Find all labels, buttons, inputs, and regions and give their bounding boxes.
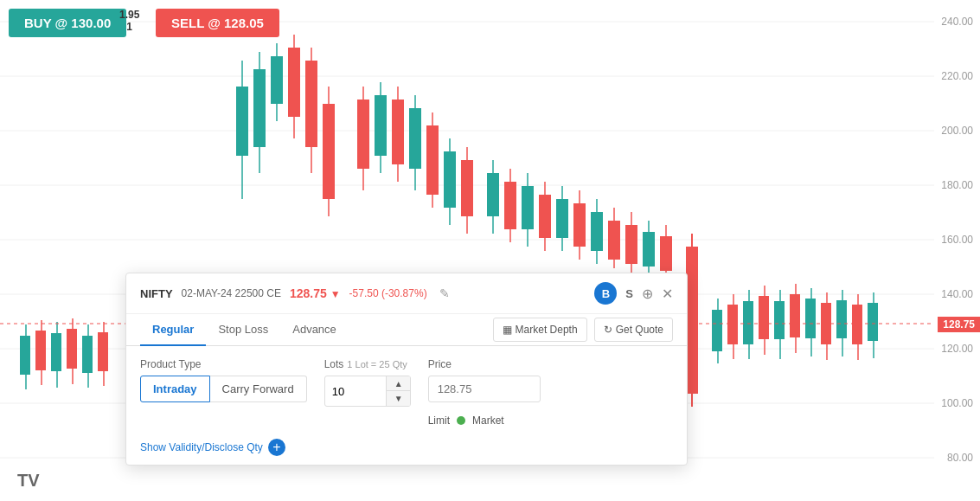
plus-icon: + [272,440,280,454]
buy-badge[interactable]: B [594,282,617,305]
sell-button[interactable]: SELL @ 128.05 [156,9,279,37]
svg-rect-40 [522,186,534,229]
svg-rect-16 [288,48,300,117]
svg-rect-84 [35,331,46,370]
svg-rect-22 [357,100,369,169]
close-icon[interactable]: ✕ [662,286,673,302]
svg-rect-10 [236,87,248,156]
svg-rect-18 [305,61,317,147]
price-group: Price Limit Market [428,358,541,427]
edit-icon[interactable]: ✎ [439,286,450,300]
product-type-toggle: Intraday Carry Forward [140,376,307,402]
sell-badge[interactable]: S [625,287,633,300]
svg-rect-60 [712,310,722,351]
price-input[interactable] [428,376,541,402]
y-label-80: 80.00 [947,452,973,464]
refresh-icon: ↻ [604,324,612,336]
tab-stop-loss[interactable]: Stop Loss [206,314,280,346]
svg-rect-48 [591,212,603,251]
lots-decrement-button[interactable]: ▼ [387,391,411,406]
carry-forward-button[interactable]: Carry Forward [210,376,307,402]
get-quote-button[interactable]: ↻ Get Quote [594,318,673,342]
svg-rect-46 [573,203,586,247]
svg-rect-70 [790,294,800,337]
svg-rect-58 [686,247,698,394]
y-label-180: 180.00 [941,179,973,191]
svg-rect-38 [504,182,516,229]
svg-rect-28 [409,108,421,169]
instrument-detail: 02-MAY-24 22500 CE [182,287,281,299]
market-label: Market [472,414,504,427]
svg-rect-34 [461,160,473,216]
lots-input[interactable] [325,379,386,404]
y-label-200: 200.00 [941,125,973,137]
form-area: Product Type Intraday Carry Forward Lots… [126,346,687,434]
svg-rect-66 [759,296,769,339]
expand-icon[interactable]: ⊕ [642,286,653,302]
svg-rect-26 [392,100,404,164]
tab-regular[interactable]: Regular [140,314,206,346]
y-label-220: 220.00 [941,70,973,82]
validity-row: Show Validity/Disclose Qty + [126,434,687,456]
lots-group: Lots 1 Lot = 25 Qty ▲ ▼ [324,358,411,407]
svg-rect-12 [253,69,266,147]
price-change: -57.50 (-30.87%) [349,287,427,299]
y-label-160: 160.00 [941,234,973,246]
svg-rect-24 [375,95,387,156]
tradingview-logo: TV [17,471,40,491]
svg-rect-20 [323,104,335,199]
tabs-row: Regular Stop Loss Advance ▦ Market Depth… [126,314,687,346]
svg-rect-50 [608,221,620,260]
svg-rect-30 [426,125,439,195]
svg-rect-62 [727,305,738,344]
y-label-240: 240.00 [941,16,973,28]
svg-rect-14 [271,56,283,104]
limit-market-row: Limit Market [428,414,541,427]
price-val1: 1.95 [119,9,139,21]
limit-label: Limit [428,414,450,427]
buy-button[interactable]: BUY @ 130.00 [9,9,126,37]
instrument-name: NIFTY [140,287,173,300]
svg-rect-44 [556,199,568,238]
svg-rect-56 [660,236,672,271]
y-label-120: 120.00 [941,343,973,355]
price-label: Price [428,358,541,370]
market-status-dot [457,416,465,425]
product-type-group: Product Type Intraday Carry Forward [140,358,307,402]
current-price-badge: 128.75 [938,317,980,332]
svg-rect-32 [444,151,456,208]
svg-rect-54 [643,232,655,267]
svg-rect-72 [805,299,816,338]
product-type-label: Product Type [140,358,307,370]
market-depth-button[interactable]: ▦ Market Depth [493,318,587,342]
svg-rect-68 [774,301,785,339]
lots-label: Lots [324,358,344,370]
svg-rect-82 [20,336,30,375]
y-label-100: 100.00 [941,397,973,409]
lots-sublabel: 1 Lot = 25 Qty [347,359,407,369]
intraday-button[interactable]: Intraday [140,376,210,402]
bar-chart-icon: ▦ [503,324,512,336]
tab-advance[interactable]: Advance [280,314,349,346]
svg-rect-86 [51,333,61,371]
down-arrow-icon: ▼ [330,288,341,300]
validity-label[interactable]: Show Validity/Disclose Qty [140,441,263,453]
svg-rect-64 [743,301,753,344]
lots-input-wrapper: ▲ ▼ [324,376,411,407]
panel-header: NIFTY 02-MAY-24 22500 CE 128.75 ▼ -57.50… [126,273,687,314]
svg-rect-78 [852,305,862,344]
svg-rect-92 [98,332,108,371]
y-label-140: 140.00 [941,288,973,300]
lots-arrows: ▲ ▼ [386,376,411,406]
svg-rect-52 [625,225,637,264]
price-val2: 1 [126,21,132,33]
svg-rect-80 [868,303,878,341]
svg-rect-76 [836,300,847,338]
order-panel: NIFTY 02-MAY-24 22500 CE 128.75 ▼ -57.50… [125,273,688,466]
add-validity-button[interactable]: + [268,439,285,456]
svg-rect-90 [82,336,93,373]
form-row-main: Product Type Intraday Carry Forward Lots… [140,358,673,427]
instrument-price: 128.75 ▼ [290,286,341,300]
lots-increment-button[interactable]: ▲ [387,376,411,391]
price-top: 1.95 1 [119,9,139,33]
